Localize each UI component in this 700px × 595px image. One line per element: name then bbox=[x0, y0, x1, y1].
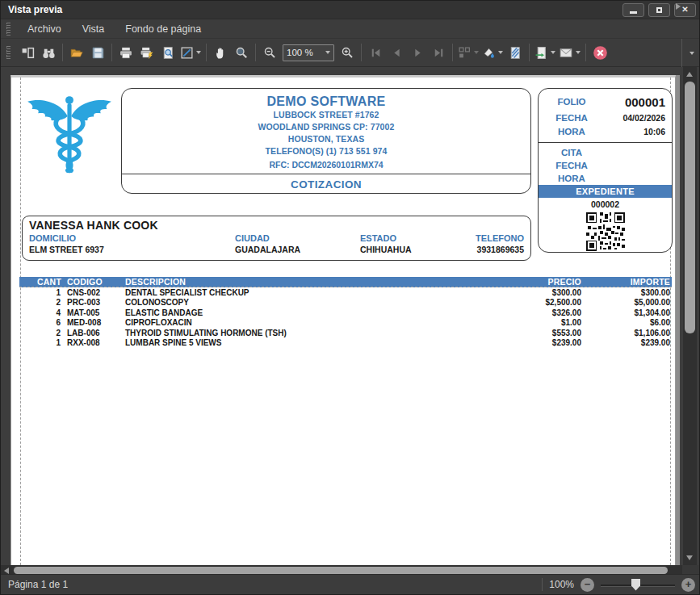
document-content: DEMO SOFTWARE LUBBOCK STREET #1762 WOODL… bbox=[11, 78, 675, 565]
cell-importe: $1,304.00 bbox=[581, 308, 672, 317]
cell-descripcion: COLONOSCOPY bbox=[125, 298, 497, 307]
maximize-button[interactable] bbox=[648, 3, 670, 17]
table-row: 1 RXX-008 LUMBAR SPINE 5 VIEWS $239.00 $… bbox=[19, 338, 672, 349]
menubar-grip[interactable] bbox=[6, 23, 10, 36]
col-header-descripcion: DESCRIPCION bbox=[125, 277, 497, 287]
hand-tool-button[interactable] bbox=[210, 42, 231, 63]
print-preview-window: Vista previa ✕ Archivo Vista Fondo de pá… bbox=[0, 0, 700, 595]
menu-fondo-de-pagina[interactable]: Fondo de página bbox=[115, 20, 212, 38]
hand-tool-icon bbox=[214, 46, 228, 60]
toolbar-separator bbox=[452, 44, 453, 61]
cell-descripcion: DENTAL SPECIALIST CHECKUP bbox=[125, 288, 497, 297]
vertical-scrollbar-thumb[interactable] bbox=[685, 82, 695, 333]
cell-cant: 6 bbox=[19, 318, 61, 327]
send-email-button[interactable] bbox=[557, 42, 582, 63]
magnifier-button[interactable] bbox=[231, 42, 252, 63]
estado-label: ESTADO bbox=[360, 233, 465, 243]
zoom-slider-thumb[interactable] bbox=[631, 579, 640, 591]
minimize-button[interactable] bbox=[622, 3, 644, 17]
col-header-codigo: CODIGO bbox=[61, 277, 125, 287]
horizontal-scrollbar-thumb[interactable] bbox=[14, 567, 668, 574]
multiple-pages-icon bbox=[458, 46, 472, 60]
zoom-in-button[interactable] bbox=[337, 42, 358, 63]
toolbar-separator bbox=[585, 44, 586, 61]
col-header-cant: CANT bbox=[19, 277, 61, 287]
company-header-box: DEMO SOFTWARE LUBBOCK STREET #1762 WOODL… bbox=[121, 88, 531, 194]
company-address-line3: HOUSTON, TEXAS bbox=[122, 133, 530, 145]
cell-cant: 2 bbox=[19, 298, 61, 307]
scroll-right-arrow-icon[interactable] bbox=[676, 3, 681, 10]
toolbar-overflow-button[interactable] bbox=[681, 39, 699, 67]
search-button[interactable] bbox=[38, 42, 59, 63]
scroll-up-arrow-icon[interactable] bbox=[686, 72, 693, 77]
cell-precio: $239.00 bbox=[497, 338, 581, 347]
cell-codigo: PRC-003 bbox=[61, 298, 125, 307]
first-page-button[interactable] bbox=[365, 42, 386, 63]
folio-box: FOLIO 000001 FECHA 04/02/2026 HORA 10:06… bbox=[538, 88, 673, 253]
scale-button[interactable] bbox=[178, 42, 203, 63]
page-setup-button[interactable] bbox=[157, 42, 178, 63]
multiple-pages-button[interactable] bbox=[456, 42, 480, 63]
folio-value: 000001 bbox=[605, 95, 672, 109]
email-envelope-icon bbox=[559, 46, 573, 60]
export-document-icon bbox=[534, 46, 548, 60]
expediente-qr-code bbox=[586, 212, 625, 251]
estado-value: CHIHUAHUA bbox=[360, 245, 465, 254]
send-email-caret bbox=[576, 51, 581, 54]
cell-codigo: LAB-006 bbox=[61, 329, 125, 337]
cell-descripcion: THYROID STIMULATING HORMONE (TSH) bbox=[125, 329, 497, 337]
zoom-increase-button[interactable]: + bbox=[681, 578, 695, 592]
cell-codigo: RXX-008 bbox=[61, 338, 125, 347]
cell-codigo: CNS-002 bbox=[61, 288, 125, 297]
watermark-button[interactable] bbox=[505, 42, 526, 63]
open-button[interactable] bbox=[66, 42, 87, 63]
scroll-down-arrow-icon[interactable] bbox=[686, 555, 693, 560]
col-header-precio: PRECIO bbox=[497, 277, 581, 287]
col-header-importe: IMPORTE bbox=[581, 277, 672, 287]
export-document-caret bbox=[551, 51, 555, 54]
exit-icon bbox=[593, 45, 608, 61]
zoom-combobox[interactable]: 100 % bbox=[283, 44, 334, 61]
zoom-decrease-button[interactable]: − bbox=[581, 578, 594, 592]
fecha-label: FECHA bbox=[539, 113, 605, 123]
print-button[interactable] bbox=[115, 42, 136, 63]
document-map-icon bbox=[21, 46, 35, 60]
zoom-out-button[interactable] bbox=[259, 42, 280, 63]
table-row: 2 LAB-006 THYROID STIMULATING HORMONE (T… bbox=[19, 328, 672, 338]
company-phone: TELEFONO(S) (1) 713 551 974 bbox=[122, 145, 530, 157]
cell-importe: $239.00 bbox=[581, 338, 672, 347]
preview-viewport[interactable]: DEMO SOFTWARE LUBBOCK STREET #1762 WOODL… bbox=[1, 67, 684, 565]
customer-name: VANESSA HANK COOK bbox=[29, 219, 524, 232]
menu-vista[interactable]: Vista bbox=[72, 20, 115, 38]
next-page-button[interactable] bbox=[407, 42, 428, 63]
scroll-left-arrow-icon[interactable] bbox=[4, 568, 9, 574]
toolbar-separator bbox=[62, 44, 63, 61]
page-color-caret bbox=[498, 51, 503, 54]
zoom-slider[interactable] bbox=[601, 578, 675, 592]
company-address-line2: WOODLAND SPRINGS CP: 77002 bbox=[122, 121, 530, 133]
previous-page-button[interactable] bbox=[386, 42, 407, 63]
last-page-button[interactable] bbox=[428, 42, 449, 63]
menu-archivo[interactable]: Archivo bbox=[17, 20, 72, 38]
fecha-value: 04/02/2026 bbox=[605, 113, 672, 123]
save-button[interactable] bbox=[87, 42, 108, 63]
first-page-icon bbox=[369, 46, 383, 60]
toolbar-grip[interactable] bbox=[6, 46, 10, 59]
page-color-button[interactable] bbox=[480, 42, 505, 63]
page-setup-icon bbox=[161, 46, 175, 60]
vertical-scrollbar[interactable] bbox=[683, 67, 697, 565]
cell-cant: 1 bbox=[19, 338, 61, 347]
exit-button[interactable] bbox=[589, 42, 610, 63]
document-map-button[interactable] bbox=[17, 42, 38, 63]
menubar: Archivo Vista Fondo de página bbox=[1, 19, 699, 39]
export-document-button[interactable] bbox=[533, 42, 557, 63]
magnifier-icon bbox=[235, 46, 249, 60]
domicilio-label: DOMICILIO bbox=[29, 233, 235, 243]
cell-precio: $326.00 bbox=[497, 308, 581, 317]
quick-print-button[interactable] bbox=[136, 42, 157, 63]
statusbar: Página 1 de 1 100% − + bbox=[1, 574, 699, 594]
table-row: 6 MED-008 CIPROFLOXACIN $1.00 $6.00 bbox=[19, 318, 672, 329]
cell-descripcion: LUMBAR SPINE 5 VIEWS bbox=[125, 338, 497, 347]
table-row: 2 PRC-003 COLONOSCOPY $2,500.00 $5,000.0… bbox=[19, 298, 672, 308]
minimize-icon bbox=[630, 11, 637, 14]
